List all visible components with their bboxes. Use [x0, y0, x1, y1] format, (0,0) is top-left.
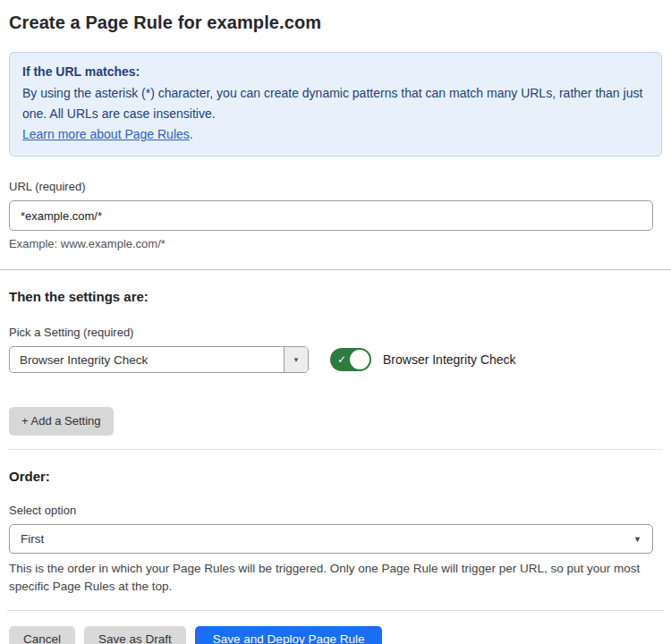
browser-integrity-check-toggle[interactable]: ✓	[330, 348, 371, 371]
save-as-draft-button[interactable]: Save as Draft	[84, 626, 186, 644]
order-section-heading: Order:	[9, 469, 662, 484]
page-title: Create a Page Rule for example.com	[9, 13, 662, 33]
check-icon: ✓	[337, 354, 346, 365]
url-field-helper: Example: www.example.com/*	[9, 237, 662, 250]
info-box-body: By using the asterisk (*) character, you…	[22, 83, 649, 124]
footer-divider	[7, 610, 664, 611]
footer-actions: Cancel Save as Draft Save and Deploy Pag…	[9, 626, 662, 644]
order-select-value: First	[21, 532, 633, 546]
settings-section-heading: Then the settings are:	[9, 289, 662, 304]
setting-select-value: Browser Integrity Check	[10, 347, 284, 372]
toggle-knob	[350, 350, 369, 369]
learn-more-link[interactable]: Learn more about Page Rules	[22, 127, 190, 141]
order-divider	[9, 449, 662, 450]
toggle-label: Browser Integrity Check	[383, 352, 516, 367]
setting-picker-label: Pick a Setting (required)	[9, 326, 662, 339]
order-select[interactable]: First ▼	[9, 524, 653, 554]
info-box-heading: If the URL matches:	[22, 62, 649, 82]
cancel-button[interactable]: Cancel	[9, 626, 75, 644]
url-field-label: URL (required)	[9, 180, 662, 193]
url-input[interactable]	[9, 200, 653, 231]
chevron-down-icon: ▼	[633, 535, 641, 544]
chevron-down-icon[interactable]: ▼	[284, 347, 308, 372]
setting-select[interactable]: Browser Integrity Check ▼	[9, 346, 309, 373]
add-setting-button[interactable]: + Add a Setting	[9, 407, 114, 436]
order-helper-text: This is the order in which your Page Rul…	[9, 560, 658, 596]
order-select-label: Select option	[9, 504, 662, 517]
url-match-info-box: If the URL matches: By using the asteris…	[9, 52, 662, 157]
section-divider	[0, 269, 671, 270]
info-box-link-row: Learn more about Page Rules.	[22, 124, 649, 145]
link-suffix: .	[190, 127, 193, 141]
save-and-deploy-button[interactable]: Save and Deploy Page Rule	[195, 626, 383, 644]
setting-row: Browser Integrity Check ▼ ✓ Browser Inte…	[9, 346, 662, 373]
